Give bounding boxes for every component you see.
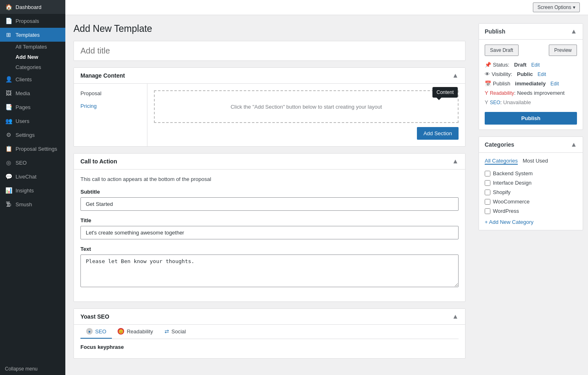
seo-meta-label: SEO: Unavailable (490, 99, 531, 105)
sidebar-item-pages[interactable]: 📑 Pages (0, 100, 65, 114)
dashed-area-text: Click the "Add Section" button below to … (231, 104, 382, 110)
categories-collapse-icon[interactable]: ▲ (570, 141, 577, 148)
publish-when: immediately (515, 80, 546, 87)
sidebar-item-label: Templates (16, 32, 40, 38)
publish-actions: Save Draft Preview (485, 45, 577, 56)
sidebar-item-seo[interactable]: ◎ SEO (0, 156, 65, 170)
text-label: Text (80, 246, 459, 252)
readability-icon: Y (485, 90, 488, 96)
yoast-tab-social[interactable]: ⇄ Social (159, 325, 192, 339)
publish-collapse-icon[interactable]: ▲ (570, 28, 577, 35)
yoast-seo-title: Yoast SEO (80, 313, 109, 320)
sidebar-sub-add-new[interactable]: Add New (0, 52, 65, 62)
yoast-tab-readability[interactable]: 😊 Readability (112, 325, 158, 339)
sidebar-sub-categories[interactable]: Categories (0, 62, 65, 72)
call-to-action-header: Call to Action ▲ (74, 154, 465, 170)
pages-icon: 📑 (5, 103, 12, 111)
pricing-link[interactable]: Pricing (74, 100, 147, 112)
publish-box: Publish ▲ Save Draft Preview 📌 Status: D… (479, 23, 583, 130)
title-field: Title (80, 217, 459, 239)
dashed-drop-area: Click the "Add Section" button below to … (154, 90, 459, 123)
manage-content-metabox: Manage Content ▲ Proposal Pricing Click … (74, 67, 466, 147)
categories-title: Categories (485, 141, 514, 148)
sidebar-item-label: Dashboard (16, 4, 42, 10)
checkbox-woocommerce[interactable] (485, 199, 490, 205)
sidebar-item-label: Settings (16, 132, 35, 138)
status-icon: 📌 (485, 62, 491, 68)
call-to-action-body: This call to action appears at the botto… (74, 170, 465, 301)
category-label: WooCommerce (493, 199, 530, 205)
sidebar-item-settings[interactable]: ⚙ Settings (0, 128, 65, 142)
cat-tab-all[interactable]: All Categories (485, 158, 518, 165)
checkbox-shopify[interactable] (485, 190, 490, 195)
cat-tab-most-used[interactable]: Most Used (523, 158, 548, 165)
title-input[interactable] (74, 41, 466, 61)
checkbox-wordpress[interactable] (485, 208, 490, 214)
main-area: Screen Options ▾ Add New Template Manage… (65, 0, 588, 375)
manage-content-body: Proposal Pricing Click the "Add Section"… (74, 84, 465, 146)
sidebar-item-label: SEO (16, 160, 27, 166)
sidebar-item-media[interactable]: 🖼 Media (0, 86, 65, 100)
add-new-category-link[interactable]: + Add New Category (485, 219, 577, 225)
topbar: Screen Options ▾ (65, 0, 588, 15)
sidebar-item-proposals[interactable]: 📄 Proposals (0, 14, 65, 28)
status-edit-link[interactable]: Edit (531, 62, 540, 68)
seo-link[interactable]: SEO (490, 100, 500, 105)
yoast-tab-seo[interactable]: ● SEO (80, 325, 112, 339)
subtitle-label: Subtitle (80, 189, 459, 195)
manage-content-toggle[interactable]: ▲ (452, 72, 459, 79)
checkbox-backend[interactable] (485, 171, 490, 176)
categories-header: Categories ▲ (479, 137, 583, 153)
proposal-label: Proposal (74, 87, 147, 100)
preview-button[interactable]: Preview (549, 45, 577, 56)
publish-when-meta: 📅 Publish immediately Edit (485, 80, 577, 87)
list-item: Shopify (485, 188, 577, 197)
sidebar-item-insights[interactable]: 📊 Insights (0, 183, 65, 197)
checkbox-interface[interactable] (485, 180, 490, 186)
sidebar-item-smush[interactable]: 🗜 Smush (0, 197, 65, 211)
sidebar: 🏠 Dashboard 📄 Proposals ⊞ Templates All … (0, 0, 65, 375)
proposals-icon: 📄 (5, 17, 12, 25)
media-icon: 🖼 (5, 89, 12, 97)
seo-meta: Y SEO: Unavailable (485, 99, 577, 105)
add-section-button[interactable]: Add Section (417, 127, 459, 140)
sidebar-sub-all-templates[interactable]: All Templates (0, 42, 65, 52)
insights-icon: 📊 (5, 187, 12, 194)
subtitle-input[interactable] (80, 197, 459, 211)
publish-button[interactable]: Publish (485, 112, 577, 125)
settings-icon: ⚙ (5, 131, 12, 138)
editor: Add New Template Manage Content ▲ Propos… (65, 15, 474, 375)
visibility-meta: 👁 Visibility: Public Edit (485, 71, 577, 77)
yoast-tabs: ● SEO 😊 Readability ⇄ Social (80, 325, 459, 339)
sidebar-item-label: Smush (16, 201, 32, 208)
yoast-seo-toggle[interactable]: ▲ (452, 313, 459, 320)
visibility-edit-link[interactable]: Edit (538, 71, 546, 77)
text-textarea[interactable] (80, 254, 459, 287)
call-to-action-toggle[interactable]: ▲ (452, 158, 459, 165)
sidebar-item-users[interactable]: 👥 Users (0, 114, 65, 128)
page-title: Add New Template (74, 23, 466, 34)
category-label: Backend System (493, 170, 533, 176)
templates-icon: ⊞ (5, 31, 12, 38)
title-input-cta[interactable] (80, 226, 459, 239)
readability-link[interactable]: Readability (490, 90, 514, 96)
content-tooltip: Content (432, 87, 458, 98)
sidebar-item-label: Users (16, 118, 29, 124)
publish-when-edit-link[interactable]: Edit (550, 81, 559, 87)
subtitle-field: Subtitle (80, 189, 459, 211)
sidebar-item-clients[interactable]: 👤 Clients (0, 72, 65, 86)
list-item: WordPress (485, 206, 577, 216)
readability-value: Needs improvement (517, 90, 564, 96)
sidebar-item-templates[interactable]: ⊞ Templates (0, 28, 65, 42)
sidebar-item-livechat[interactable]: 💬 LiveChat (0, 170, 65, 183)
screen-options-button[interactable]: Screen Options ▾ (533, 2, 580, 12)
yoast-seo-header: Yoast SEO ▲ (74, 309, 465, 325)
sidebar-item-proposal-settings[interactable]: 📋 Proposal Settings (0, 142, 65, 156)
content-main: Click the "Add Section" button below to … (147, 84, 465, 146)
save-draft-button[interactable]: Save Draft (485, 45, 519, 56)
collapse-menu[interactable]: Collapse menu (0, 363, 65, 375)
call-to-action-metabox: Call to Action ▲ This call to action app… (74, 153, 466, 302)
sidebar-item-dashboard[interactable]: 🏠 Dashboard (0, 0, 65, 14)
yoast-seo-body: ● SEO 😊 Readability ⇄ Social Focus keyph… (74, 325, 465, 358)
sidebar-item-label: Proposals (16, 18, 39, 24)
